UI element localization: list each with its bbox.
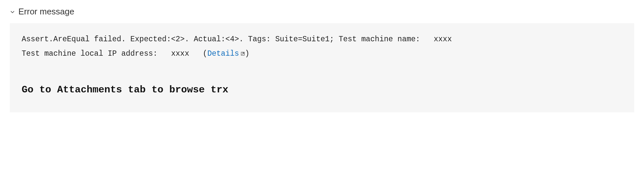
- attachments-instruction: Go to Attachments tab to browse trx: [22, 81, 622, 99]
- details-label: Details: [207, 49, 239, 58]
- error-text: Assert.AreEqual failed. Expected:<2>. Ac…: [22, 35, 434, 44]
- details-link[interactable]: Details: [207, 49, 245, 58]
- chevron-down-icon: [10, 9, 15, 14]
- paren-open: (: [189, 49, 207, 58]
- paren-close: ): [245, 49, 250, 58]
- error-text: Test machine local IP address:: [22, 49, 171, 58]
- error-line-1: Assert.AreEqual failed. Expected:<2>. Ac…: [22, 32, 622, 47]
- machine-name: xxxx: [434, 35, 452, 44]
- ip-address: xxxx: [171, 49, 189, 58]
- error-line-2: Test machine local IP address: xxxx (Det…: [22, 47, 622, 61]
- error-message-panel: Assert.AreEqual failed. Expected:<2>. Ac…: [10, 23, 634, 112]
- section-title: Error message: [18, 7, 74, 17]
- svg-line-1: [242, 53, 244, 55]
- error-message-toggle[interactable]: Error message: [10, 7, 634, 17]
- external-link-icon: [240, 51, 245, 56]
